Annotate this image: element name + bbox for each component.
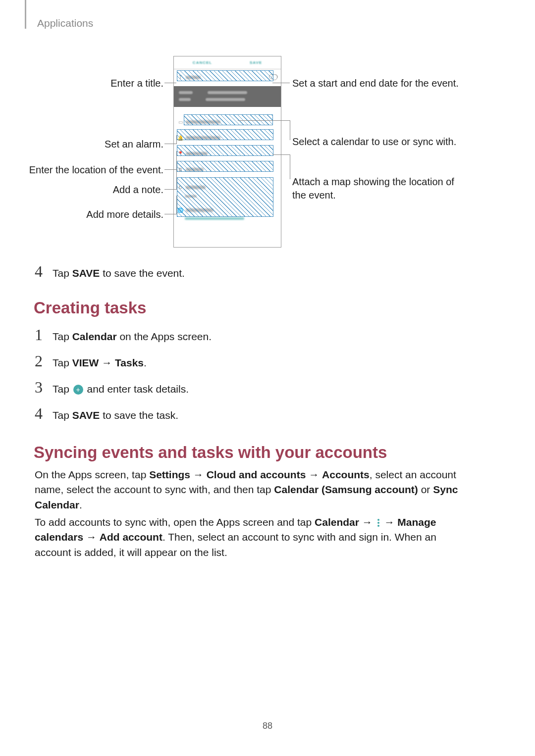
step-text: Tap SAVE to save the task. xyxy=(53,409,178,421)
leader-note xyxy=(164,189,176,190)
callout-map: Attach a map showing the location of the… xyxy=(292,175,461,202)
task-step: 1Tap Calendar on the Apps screen. xyxy=(35,326,212,344)
more-dots-icon xyxy=(377,519,379,527)
step-text: Tap + and enter task details. xyxy=(53,383,189,395)
header-accent-bar xyxy=(25,0,26,29)
step-number: 1 xyxy=(35,326,46,344)
cancel-button-label: CANCEL xyxy=(193,60,212,65)
tasks-step-list: 1Tap Calendar on the Apps screen.2Tap VI… xyxy=(35,326,212,431)
callout-more: Add more details. xyxy=(10,208,163,221)
leader-map-v xyxy=(290,154,290,179)
step-number: 2 xyxy=(35,352,46,370)
heading-syncing: Syncing events and tasks with your accou… xyxy=(34,443,387,462)
step-number: 3 xyxy=(35,378,46,397)
callout-date: Set a start and end date for the event. xyxy=(292,77,461,90)
step-number: 4 xyxy=(35,404,46,423)
step-number: 4 xyxy=(35,262,46,281)
task-step: 2Tap VIEW → Tasks. xyxy=(35,352,212,370)
more-highlight xyxy=(177,177,273,217)
task-step: 4Tap SAVE to save the task. xyxy=(35,404,212,423)
screenshot-toolbar: CANCEL SAVE xyxy=(174,56,281,69)
sync-paragraph-1: On the Apps screen, tap Settings → Cloud… xyxy=(35,467,471,512)
leader-more-v xyxy=(176,196,177,214)
leader-more xyxy=(164,214,176,214)
sync-paragraph-2: To add accounts to sync with, open the A… xyxy=(35,515,471,560)
callout-note: Add a note. xyxy=(10,183,163,197)
callout-calendar: Select a calendar to use or sync with. xyxy=(292,135,461,149)
leader-title xyxy=(164,83,176,83)
location-highlight xyxy=(177,145,273,156)
tz-sub-blur xyxy=(185,217,244,220)
leader-alarm xyxy=(164,144,176,144)
step-text: Tap Calendar on the Apps screen. xyxy=(53,331,212,343)
callout-location: Enter the location of the event. xyxy=(10,163,163,177)
save-button-label: SAVE xyxy=(250,60,262,65)
event-editor-figure: CANCEL SAVE T ▭ 🔔 📍 🗎 ↻ 🌐 Enter a title.… xyxy=(0,50,535,257)
t: Tap xyxy=(53,267,72,279)
leader-location xyxy=(164,169,176,170)
step-4-save-event: 4 Tap SAVE to save the event. xyxy=(35,262,185,281)
leader-cal-h xyxy=(238,120,290,121)
section-header: Applications xyxy=(37,17,93,29)
callout-alarm: Set an alarm. xyxy=(10,138,163,151)
title-highlight xyxy=(177,70,273,81)
note-highlight xyxy=(177,161,273,172)
page-number: 88 xyxy=(0,721,535,731)
datetime-block xyxy=(174,86,281,107)
leader-note-v xyxy=(176,167,177,190)
callout-title: Enter a title. xyxy=(10,77,163,90)
leader-cal-v xyxy=(290,120,290,140)
t: to save the event. xyxy=(100,267,185,279)
t-bold: SAVE xyxy=(72,267,100,279)
task-step: 3Tap + and enter task details. xyxy=(35,378,212,397)
step-text: Tap SAVE to save the event. xyxy=(53,267,185,279)
step-text: Tap VIEW → Tasks. xyxy=(53,357,147,369)
alarm-highlight xyxy=(177,129,273,140)
leader-map-h xyxy=(272,154,290,155)
leader-alarm-v xyxy=(176,135,177,144)
event-editor-screenshot: CANCEL SAVE T ▭ 🔔 📍 🗎 ↻ 🌐 xyxy=(173,56,281,248)
plus-icon: + xyxy=(73,385,83,395)
heading-creating-tasks: Creating tasks xyxy=(34,299,146,317)
calendar-highlight xyxy=(184,114,273,125)
calendar-icon: ▭ xyxy=(178,119,183,124)
leader-date-h xyxy=(272,83,290,83)
